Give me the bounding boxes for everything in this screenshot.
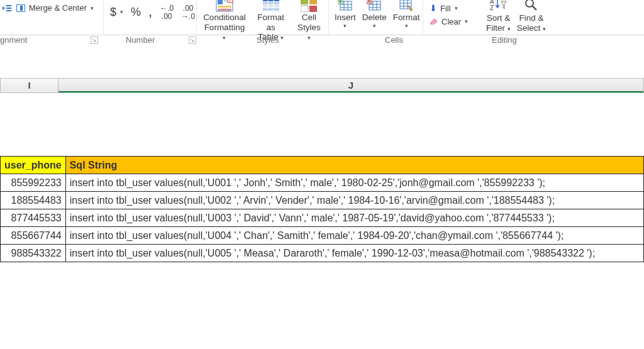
group-alignment: Wrap Text Merge & Center	[0, 0, 104, 35]
format-cells-button[interactable]: Format ▾	[391, 0, 422, 29]
group-number: General ▼ $ % , ←.0 .00 .00	[104, 0, 197, 35]
percent-button[interactable]: %	[128, 4, 143, 20]
svg-rect-16	[263, 8, 279, 11]
find-select-button[interactable]: Find & Select ▾	[515, 0, 548, 33]
outdent-button[interactable]	[0, 3, 14, 13]
merge-icon	[16, 4, 25, 12]
alignment-dialog-launcher[interactable]: ↘	[91, 36, 98, 44]
sheet-table: user_phone Sql String 855992233 insert i…	[0, 156, 644, 262]
ribbon-group-labels: gnment ↘ Number ↘ Styles Cells Editing	[0, 35, 644, 47]
dollar-icon: $	[110, 6, 116, 19]
comma-style-button[interactable]: ,	[146, 3, 155, 21]
increase-decimal-button[interactable]: ←.0 .00	[157, 4, 176, 21]
svg-text:≠: ≠	[229, 0, 231, 3]
cell-sql[interactable]: insert into tbl_user values(null,'U003 '…	[65, 209, 643, 227]
svg-line-47	[532, 6, 536, 10]
svg-rect-14	[263, 2, 279, 4]
svg-rect-3	[6, 5, 11, 6]
cell-phone[interactable]: 855667744	[1, 227, 66, 245]
svg-rect-22	[309, 6, 317, 12]
column-header-sql-string[interactable]: Sql String	[65, 157, 643, 174]
cell-phone[interactable]: 188554483	[1, 192, 66, 209]
svg-rect-10	[218, 9, 231, 11]
svg-rect-21	[301, 6, 308, 12]
sort-filter-button[interactable]: AZ Sort & Filter ▾	[484, 0, 513, 33]
insert-icon	[335, 0, 355, 13]
insert-cells-button[interactable]: Insert ▾	[333, 0, 358, 29]
group-label-number: Number	[126, 35, 155, 45]
svg-rect-7	[218, 0, 223, 4]
comma-icon: ,	[148, 4, 152, 20]
table-row: 188554483 insert into tbl_user values(nu…	[1, 192, 644, 209]
cell-phone[interactable]: 988543322	[1, 245, 66, 262]
svg-rect-9	[218, 6, 231, 8]
group-label-styles: Styles	[257, 35, 279, 45]
group-cells: Insert ▾ Delete ▾ Format ▾	[329, 0, 423, 35]
cell-sql[interactable]: insert into tbl_user values(null,'U005 '…	[65, 245, 643, 262]
svg-rect-5	[6, 10, 11, 11]
table-row: 988543322 insert into tbl_user values(nu…	[1, 245, 644, 262]
fill-button[interactable]: ⬇ Fill	[427, 2, 470, 14]
merge-center-button[interactable]: Merge & Center	[14, 2, 96, 14]
cell-styles-icon	[299, 0, 319, 13]
column-header-J[interactable]: J	[58, 79, 643, 92]
delete-cells-button[interactable]: Delete ▾	[360, 0, 389, 29]
cell-sql[interactable]: insert into tbl_user values(null,'U004 '…	[65, 227, 643, 245]
table-row: 855667744 insert into tbl_user values(nu…	[1, 227, 644, 245]
svg-rect-4	[6, 8, 11, 9]
delete-icon	[364, 0, 384, 13]
svg-rect-30	[338, 1, 342, 2]
autosum-button[interactable]: Σ	[427, 0, 470, 1]
group-label-editing: Editing	[492, 35, 517, 45]
number-dialog-launcher[interactable]: ↘	[189, 36, 196, 44]
group-editing: Σ ⬇ Fill Clear AZ Sort &	[423, 0, 644, 35]
cell-sql[interactable]: insert into tbl_user values(null,'U001 '…	[65, 174, 643, 192]
cell-phone[interactable]: 877445533	[1, 209, 66, 227]
ribbon: Wrap Text Merge & Center General ▼	[0, 0, 644, 35]
wrap-text-button[interactable]: Wrap Text	[0, 0, 53, 1]
sort-filter-icon: AZ	[490, 0, 506, 13]
group-styles: ≠ Conditional Formatting ▾ Format as Tab…	[197, 0, 329, 35]
merge-center-label: Merge & Center	[29, 3, 87, 13]
decrease-decimal-button[interactable]: .00 →.0	[179, 4, 197, 21]
table-header-row: user_phone Sql String	[1, 157, 644, 174]
clear-button[interactable]: Clear	[427, 15, 470, 28]
table-row: 855992233 insert into tbl_user values(nu…	[1, 174, 644, 192]
find-icon	[524, 0, 539, 13]
fill-down-icon: ⬇	[430, 3, 437, 13]
svg-text:Z: Z	[490, 4, 494, 11]
column-header-user-phone[interactable]: user_phone	[1, 157, 66, 174]
column-headers: I J	[0, 78, 644, 93]
eraser-icon	[430, 16, 438, 26]
outdent-icon	[3, 4, 11, 12]
format-icon	[396, 0, 416, 13]
cell-phone[interactable]: 855992233	[1, 174, 66, 192]
table-row: 877445533 insert into tbl_user values(nu…	[1, 209, 644, 227]
svg-rect-20	[309, 0, 317, 4]
format-as-table-icon	[261, 0, 281, 13]
group-label-cells: Cells	[385, 35, 403, 45]
percent-icon: %	[131, 6, 141, 19]
cell-sql[interactable]: insert into tbl_user values(null,'U002 '…	[65, 192, 643, 209]
conditional-formatting-icon: ≠	[214, 0, 235, 13]
column-header-I[interactable]: I	[1, 79, 58, 92]
svg-rect-15	[263, 5, 279, 8]
accounting-format-button[interactable]: $	[108, 4, 126, 20]
svg-rect-19	[301, 0, 308, 4]
group-label-alignment: gnment	[0, 35, 27, 45]
svg-rect-13	[263, 0, 279, 1]
